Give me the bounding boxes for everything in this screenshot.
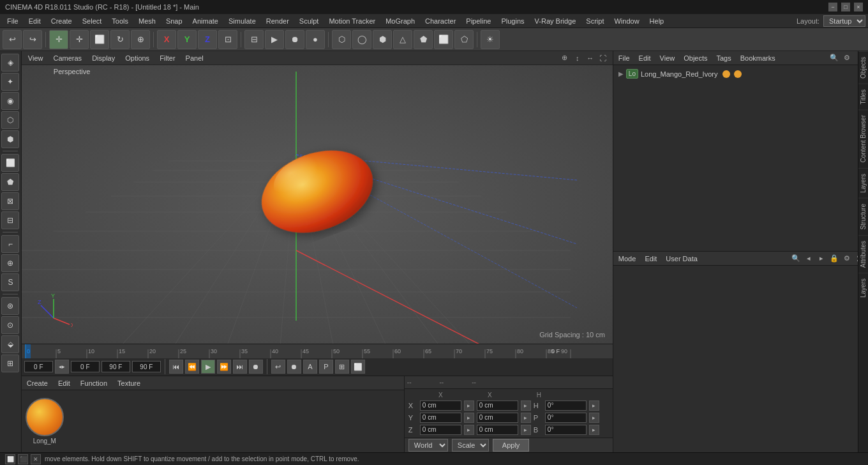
coord-xsize-arrow[interactable]: ▸ <box>521 400 531 411</box>
record-btn[interactable]: ⏺ <box>285 30 304 49</box>
sidebar-btn-6[interactable]: ⬜ <box>1 154 19 172</box>
auto-key-btn[interactable]: ⏺ <box>287 360 301 374</box>
menu-tools[interactable]: Tools <box>107 16 133 26</box>
attr-back-btn[interactable]: ◂ <box>803 253 814 264</box>
start-frame-field[interactable] <box>24 361 53 372</box>
attr-forward-btn[interactable]: ▸ <box>816 253 827 264</box>
tab-structure[interactable]: Structure <box>858 198 868 235</box>
sidebar-btn-9[interactable]: ⊟ <box>1 211 19 229</box>
prev-frame-btn[interactable]: ◂▸ <box>55 360 69 374</box>
maximize-button[interactable]: □ <box>841 3 850 11</box>
mat-menu-edit[interactable]: Edit <box>56 378 73 388</box>
coord-p-rot[interactable] <box>545 413 587 423</box>
end-frame-field[interactable] <box>101 361 130 372</box>
prev-key-btn[interactable]: ⏪ <box>185 360 199 374</box>
pos-key-btn[interactable]: P <box>319 360 333 374</box>
y-axis-btn[interactable]: Y <box>177 30 197 49</box>
mat-menu-function[interactable]: Function <box>78 378 110 388</box>
coord-x-arrow[interactable]: ▸ <box>464 400 474 411</box>
coord-ysize-arrow[interactable]: ▸ <box>521 413 531 423</box>
obj-menu-tags[interactable]: Tags <box>714 53 734 63</box>
z-axis-btn[interactable]: Z <box>198 30 217 49</box>
sidebar-btn-12[interactable]: S <box>1 273 19 291</box>
material-thumbnail[interactable] <box>26 398 64 436</box>
tab-objects[interactable]: Objects <box>858 51 868 84</box>
sphere-btn[interactable]: ◯ <box>352 30 371 49</box>
vp-menu-cameras[interactable]: Cameras <box>51 53 85 63</box>
layout-dropdown[interactable]: Startup <box>823 15 865 27</box>
menu-character[interactable]: Character <box>421 16 460 26</box>
move-tool[interactable]: ✛ <box>70 30 89 49</box>
menu-edit[interactable]: Edit <box>24 16 45 26</box>
menu-pipeline[interactable]: Pipeline <box>461 16 495 26</box>
coord-z-pos[interactable] <box>420 425 461 435</box>
viewport-canvas[interactable]: Grid Spacing : 10 cm X Y Z <box>22 65 613 344</box>
coord-x-size[interactable] <box>477 400 518 411</box>
fps-field[interactable] <box>132 361 161 372</box>
vp-ctrl-4[interactable]: ⛶ <box>597 52 609 64</box>
menu-motion-tracker[interactable]: Motion Tracker <box>324 16 380 26</box>
sidebar-btn-16[interactable]: ⊞ <box>1 354 19 372</box>
scale-dropdown[interactable]: Scale Size <box>452 439 489 452</box>
coord-b-rot[interactable] <box>545 425 587 435</box>
attr-menu-mode[interactable]: Mode <box>616 254 639 264</box>
minimize-button[interactable]: − <box>828 3 837 11</box>
coord-y-pos[interactable] <box>420 413 461 423</box>
menu-script[interactable]: Script <box>581 16 608 26</box>
close-button[interactable]: × <box>854 3 863 11</box>
sidebar-btn-2[interactable]: ✦ <box>1 73 19 91</box>
vp-ctrl-1[interactable]: ⊕ <box>559 52 571 64</box>
all-axis-btn[interactable]: ⊡ <box>218 30 237 49</box>
attr-lock-btn[interactable]: 🔒 <box>828 253 840 264</box>
tab-layers-2[interactable]: Layers <box>858 273 868 303</box>
grid-key-btn[interactable]: ⊞ <box>335 360 349 374</box>
sidebar-btn-10[interactable]: ⌐ <box>1 235 19 253</box>
status-icon-2[interactable]: ⬛ <box>18 454 28 464</box>
attr-search-btn[interactable]: 🔍 <box>790 253 802 264</box>
vp-menu-display[interactable]: Display <box>89 53 117 63</box>
redo-button[interactable]: ↪ <box>23 30 42 49</box>
menu-mesh[interactable]: Mesh <box>134 16 160 26</box>
vp-menu-view[interactable]: View <box>26 53 46 63</box>
menu-help[interactable]: Help <box>645 16 669 26</box>
obj-menu-view[interactable]: View <box>657 53 678 63</box>
coord-h-rot[interactable] <box>545 400 587 411</box>
go-start-btn[interactable]: ⏮ <box>169 360 183 374</box>
timeline-btn[interactable]: ⊟ <box>244 30 264 49</box>
rotate-tool[interactable]: ↻ <box>110 30 130 49</box>
timeline-ruler[interactable]: 0 5 10 15 20 25 30 35 <box>22 344 613 358</box>
coord-zsize-arrow[interactable]: ▸ <box>521 425 531 435</box>
tab-titles[interactable]: Titles <box>858 84 868 110</box>
attr-settings-btn[interactable]: ⚙ <box>841 253 853 264</box>
torus-btn[interactable]: ⬟ <box>414 30 433 49</box>
menu-file[interactable]: File <box>3 16 23 26</box>
transform-tool[interactable]: ⊕ <box>131 30 150 49</box>
sidebar-btn-13[interactable]: ⊛ <box>1 297 19 315</box>
sidebar-btn-15[interactable]: ⬙ <box>1 335 19 353</box>
world-dropdown[interactable]: World Object <box>408 439 448 452</box>
menu-create[interactable]: Create <box>47 16 77 26</box>
tab-attributes[interactable]: Attributes <box>858 235 868 273</box>
obj-menu-bookmarks[interactable]: Bookmarks <box>738 53 778 63</box>
coord-h-arrow[interactable]: ▸ <box>589 400 599 411</box>
coord-z-arrow[interactable]: ▸ <box>464 425 474 435</box>
light-btn[interactable]: ☀ <box>481 30 500 49</box>
go-end-btn[interactable]: ⏭ <box>233 360 247 374</box>
sidebar-btn-11[interactable]: ⊕ <box>1 254 19 272</box>
obj-search-btn[interactable]: 🔍 <box>828 52 840 64</box>
menu-render[interactable]: Render <box>262 16 294 26</box>
select-tool[interactable]: ✛ <box>49 30 68 49</box>
play-btn[interactable]: ▶ <box>201 360 215 374</box>
obj-menu-objects[interactable]: Objects <box>681 53 710 63</box>
scale-tool[interactable]: ⬜ <box>90 30 109 49</box>
attr-menu-userdata[interactable]: User Data <box>663 254 700 264</box>
tab-layers[interactable]: Layers <box>858 168 868 198</box>
sidebar-btn-5[interactable]: ⬢ <box>1 130 19 148</box>
menu-simulate[interactable]: Simulate <box>224 16 260 26</box>
apply-button[interactable]: Apply <box>493 439 530 452</box>
menu-plugins[interactable]: Plugins <box>497 16 528 26</box>
vp-menu-filter[interactable]: Filter <box>157 53 177 63</box>
vp-menu-options[interactable]: Options <box>123 53 152 63</box>
next-key-btn[interactable]: ⏩ <box>217 360 231 374</box>
motion-key-btn[interactable]: ⬜ <box>351 360 365 374</box>
